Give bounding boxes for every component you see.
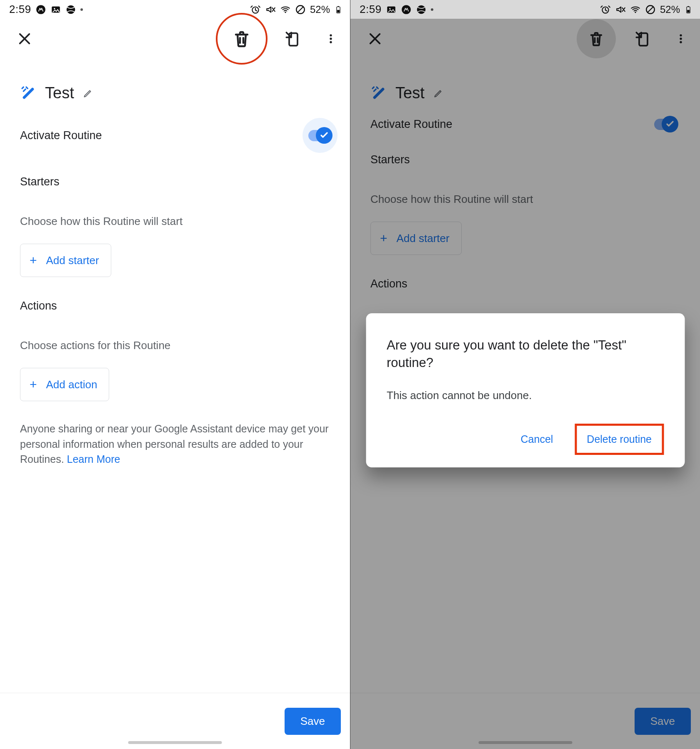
dialog-cancel-button[interactable]: Cancel [511,426,563,453]
routine-name: Test [45,84,74,102]
wand-icon [20,85,37,102]
add-starter-button[interactable]: + Add starter [20,244,111,277]
more-button[interactable] [321,29,341,49]
dialog-delete-button[interactable]: Delete routine [575,424,664,455]
check-icon [319,130,329,140]
plus-icon: + [30,254,37,267]
app-bar [0,19,350,58]
more-notifications-icon [80,8,83,11]
edit-name-button[interactable] [82,88,93,99]
close-button[interactable] [15,29,35,49]
status-scrim [350,0,700,19]
add-shortcut-button[interactable] [283,29,303,49]
dialog-body: This action cannot be undone. [387,389,664,402]
activate-toggle-halo [302,118,338,153]
plus-icon: + [30,378,37,391]
delete-button[interactable] [232,29,252,49]
photo-icon [50,4,61,15]
actions-heading: Actions [20,300,330,312]
routine-title-row: Test [20,84,330,102]
dialog-title: Are you sure you want to delete the "Tes… [387,337,664,372]
add-action-label: Add action [46,378,98,391]
footer-bar: Save [0,693,350,749]
learn-more-link[interactable]: Learn More [67,453,120,465]
activate-toggle[interactable] [308,130,332,141]
actions-desc: Choose actions for this Routine [20,339,330,352]
messenger-icon [35,4,46,15]
add-starter-label: Add starter [46,254,99,267]
status-clock: 2:59 [9,3,31,16]
home-indicator[interactable] [128,741,222,744]
delete-confirm-dialog: Are you sure you want to delete the "Tes… [366,313,685,467]
annotation-circle [216,13,268,65]
screen-edit-routine: 2:59 52% [0,0,350,749]
starters-desc: Choose how this Routine will start [20,215,330,228]
screen-delete-dialog: 2:59 52% [350,0,700,749]
starters-heading: Starters [20,175,330,188]
footer-note: Anyone sharing or near your Google Assis… [20,421,330,467]
add-action-button[interactable]: + Add action [20,368,109,401]
save-button[interactable]: Save [285,708,341,735]
sports-icon [65,4,76,15]
activate-label: Activate Routine [20,129,102,142]
